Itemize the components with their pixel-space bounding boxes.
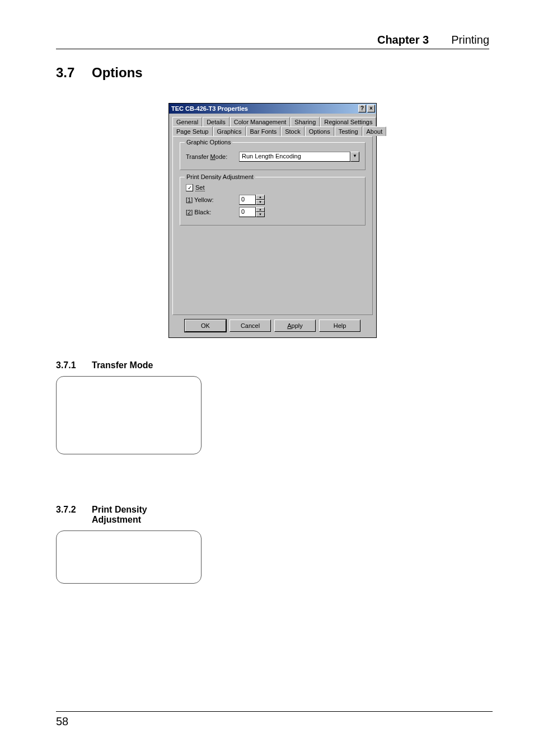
yellow-label: [1] Yellow: [186,196,239,203]
tab-stock[interactable]: Stock [281,126,305,136]
subsection-2-number: 3.7.2 [56,505,92,515]
black-value[interactable]: 0 [239,207,256,217]
cancel-button[interactable]: Cancel [229,320,271,332]
black-label: [2] Black: [186,209,239,215]
tab-options[interactable]: Options [305,126,334,136]
note-box-2 [56,530,202,584]
note-box-1 [56,376,202,454]
set-checkbox-label: Set [195,184,205,191]
print-density-legend: Print Density Adjustment [185,173,255,180]
chevron-down-icon[interactable]: ▼ [350,152,359,162]
dialog-button-row: OK Cancel Apply Help [169,315,376,337]
options-panel: Graphic Options Transfer Mode: Run Lengt… [172,136,373,315]
transfer-mode-combo[interactable]: Run Length Encoding ▼ [239,152,359,162]
transfer-mode-label: Transfer Mode: [186,153,239,160]
tab-details[interactable]: Details [203,117,229,126]
tab-row-1: General Details Color Management Sharing… [172,117,373,126]
tab-testing[interactable]: Testing [335,126,362,136]
transfer-mode-value[interactable]: Run Length Encoding [239,152,350,162]
graphic-options-legend: Graphic Options [185,139,232,145]
spin-up-icon[interactable]: ▲ [256,207,265,212]
page-header: Chapter 3 Printing [56,34,489,49]
tab-regional-settings[interactable]: Regional Settings [320,117,376,126]
chapter-label: Chapter 3 [377,34,429,46]
tab-sharing[interactable]: Sharing [291,117,320,126]
properties-dialog: TEC CB-426-T3 Properties ? × General Det… [168,103,377,338]
page-footer: 58 [56,711,493,728]
yellow-value[interactable]: 0 [239,195,256,205]
tab-row-2: Page Setup Graphics Bar Fonts Stock Opti… [172,126,373,136]
ok-button[interactable]: OK [185,320,226,332]
spin-up-icon[interactable]: ▲ [256,195,265,200]
titlebar[interactable]: TEC CB-426-T3 Properties ? × [169,104,376,114]
titlebar-help-button[interactable]: ? [358,105,366,112]
subsection-1-number: 3.7.1 [56,360,92,370]
section-title: Options [92,65,143,81]
help-button[interactable]: Help [319,320,360,332]
graphic-options-group: Graphic Options Transfer Mode: Run Lengt… [180,142,366,170]
subsection-1-heading: 3.7.1 Transfer Mode [56,360,489,370]
section-heading: 3.7 Options [56,65,489,81]
yellow-spin[interactable]: 0 ▲ ▼ [239,195,266,205]
tab-about[interactable]: About [363,126,387,136]
print-density-group: Print Density Adjustment ✓ Set [1] Yello… [180,177,366,226]
tab-color-management[interactable]: Color Management [230,117,291,126]
black-spin[interactable]: 0 ▲ ▼ [239,207,266,217]
page-number: 58 [56,715,493,728]
tab-general[interactable]: General [172,117,202,126]
titlebar-close-button[interactable]: × [367,105,375,112]
tab-bar-fonts[interactable]: Bar Fonts [246,126,281,136]
set-checkbox[interactable]: ✓ [186,184,193,191]
section-number: 3.7 [56,65,92,81]
tab-page-setup[interactable]: Page Setup [172,126,213,136]
spin-down-icon[interactable]: ▼ [256,212,265,217]
chapter-title: Printing [451,34,489,46]
spin-down-icon[interactable]: ▼ [256,200,265,205]
subsection-2-heading: 3.7.2 Print DensityAdjustment [56,505,489,525]
subsection-1-title: Transfer Mode [92,360,153,370]
tab-graphics[interactable]: Graphics [213,126,246,136]
subsection-2-title: Print DensityAdjustment [92,505,147,525]
dialog-title: TEC CB-426-T3 Properties [170,105,357,112]
apply-button[interactable]: Apply [274,320,316,332]
